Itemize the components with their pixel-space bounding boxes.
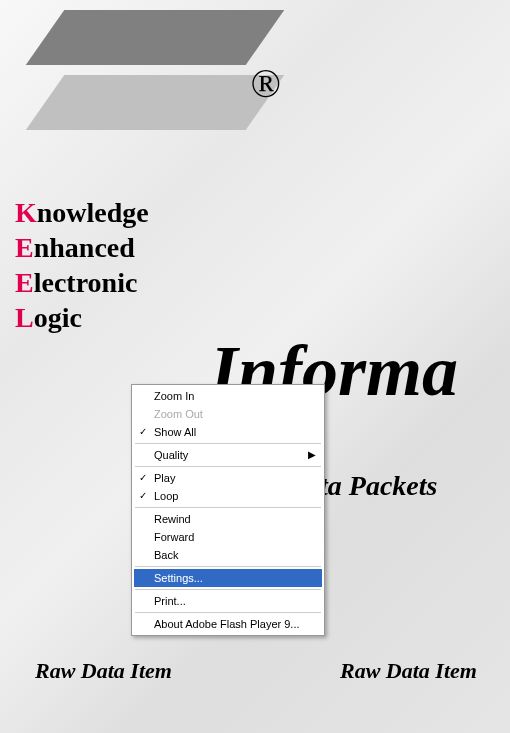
menu-rewind[interactable]: Rewind	[134, 510, 322, 528]
background-subtext: ta Packets	[320, 470, 437, 502]
menu-separator	[135, 443, 321, 444]
trademark-icon: ®	[250, 60, 280, 107]
menu-quality[interactable]: Quality ▶	[134, 446, 322, 464]
menu-settings[interactable]: Settings...	[134, 569, 322, 587]
menu-separator	[135, 566, 321, 567]
logo-area: KEEL ®	[10, 10, 265, 130]
acronym-block: Knowledge Enhanced Electronic Logic	[15, 195, 149, 335]
context-menu: Zoom In Zoom Out ✓ Show All Quality ▶ ✓ …	[131, 384, 325, 636]
acronym-line-1: Knowledge	[15, 195, 149, 230]
acronym-line-2: Enhanced	[15, 230, 149, 265]
submenu-arrow-icon: ▶	[308, 449, 316, 460]
menu-separator	[135, 466, 321, 467]
menu-play-label: Play	[154, 472, 175, 484]
check-icon: ✓	[139, 472, 147, 483]
acronym-line-4: Logic	[15, 300, 149, 335]
menu-quality-label: Quality	[154, 449, 188, 461]
menu-about[interactable]: About Adobe Flash Player 9...	[134, 615, 322, 633]
raw-data-left: Raw Data Item	[35, 658, 172, 684]
menu-play[interactable]: ✓ Play	[134, 469, 322, 487]
menu-back[interactable]: Back	[134, 546, 322, 564]
logo-shape-light	[26, 75, 285, 130]
check-icon: ✓	[139, 426, 147, 437]
menu-separator	[135, 612, 321, 613]
menu-print[interactable]: Print...	[134, 592, 322, 610]
menu-loop-label: Loop	[154, 490, 178, 502]
acronym-line-3: Electronic	[15, 265, 149, 300]
menu-zoom-in[interactable]: Zoom In	[134, 387, 322, 405]
check-icon: ✓	[139, 490, 147, 501]
menu-separator	[135, 507, 321, 508]
menu-loop[interactable]: ✓ Loop	[134, 487, 322, 505]
menu-show-all-label: Show All	[154, 426, 196, 438]
menu-separator	[135, 589, 321, 590]
menu-show-all[interactable]: ✓ Show All	[134, 423, 322, 441]
menu-forward[interactable]: Forward	[134, 528, 322, 546]
menu-zoom-out: Zoom Out	[134, 405, 322, 423]
raw-data-right: Raw Data Item	[340, 658, 477, 684]
logo-shape-dark	[26, 10, 285, 65]
